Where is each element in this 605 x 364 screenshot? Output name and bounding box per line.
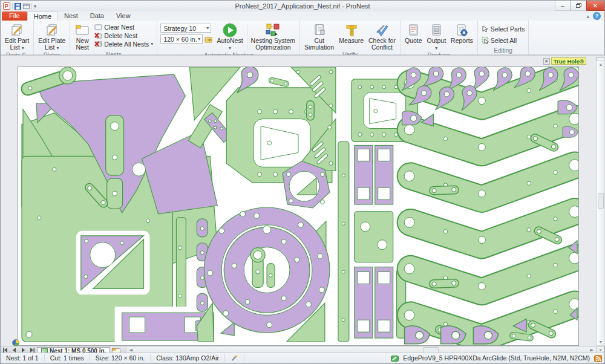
new-nest-button[interactable]: New Nest xyxy=(72,22,93,51)
group-nests: New Nest Clear Nest Delete Nest Delete A… xyxy=(70,21,157,54)
torch-icon[interactable] xyxy=(225,354,244,362)
collapse-ribbon-icon[interactable]: ▴ xyxy=(586,13,589,19)
status-machine[interactable]: EdgeProV9_5 HPR400XDa ArcGlide (Std, Tru… xyxy=(402,354,591,362)
status-bar: Nest: 1 of 1 Cut: 1 times Size: 120 × 60… xyxy=(1,353,604,363)
status-size: Size: 120 × 60 in. xyxy=(90,354,151,362)
save-icon[interactable] xyxy=(15,3,21,10)
nesting-system-optimization-button[interactable]: Nesting System Optimization xyxy=(249,22,298,51)
browse-icon[interactable] xyxy=(204,36,213,43)
group-label-editing: Editing xyxy=(494,47,512,54)
status-class: Class: 130Amp O2/Air xyxy=(151,354,225,362)
cut-simulation-button[interactable]: Cut Simulation xyxy=(302,22,336,51)
nest-part-group-chevrons[interactable] xyxy=(404,67,579,339)
check-for-conflict-button[interactable]: Check for Conflict xyxy=(366,22,398,51)
pronest-window: P ▾ ProNest_2017_Application_Nest.nif - … xyxy=(0,0,605,364)
strategy-combobox[interactable]: Strategy 10▾ xyxy=(160,24,211,33)
quote-icon xyxy=(406,22,420,37)
group-parts: Edit Part List ▾ Parts xyxy=(1,21,34,54)
status-cut-times: Cut: 1 times xyxy=(45,354,90,362)
delete-all-nests-icon xyxy=(94,41,102,47)
app-logo[interactable]: P xyxy=(3,2,10,10)
vertical-scrollbar[interactable]: ▲ ▼ xyxy=(597,60,605,346)
window-icon[interactable] xyxy=(23,3,30,10)
divider xyxy=(12,3,13,9)
quote-button[interactable]: Quote xyxy=(402,22,425,51)
delete-nest-icon xyxy=(94,32,102,39)
output-button[interactable]: Output ▾ xyxy=(425,22,449,52)
window-title: ProNest_2017_Application_Nest.nif - ProN… xyxy=(1,2,604,10)
vertical-scroll-thumb[interactable] xyxy=(598,193,604,209)
nest-part-group-left[interactable]: ; xyxy=(22,67,240,343)
measure-button[interactable]: Measure xyxy=(336,22,366,51)
nest-part-group-middle[interactable] xyxy=(197,67,417,342)
nest-plate[interactable]: ; xyxy=(18,67,579,346)
clear-nest-icon xyxy=(94,24,102,30)
true-hole-indicator: ✕ True Hole® xyxy=(543,57,586,65)
edit-plate-list-button[interactable]: Edit Plate List ▾ xyxy=(36,22,68,52)
edit-part-list-icon xyxy=(10,22,24,37)
check-for-conflict-icon xyxy=(374,22,389,37)
true-hole-close-icon[interactable]: ✕ xyxy=(543,58,550,65)
minimize-button[interactable]: – xyxy=(555,1,571,11)
group-editing: Select Parts Select All Editing xyxy=(478,21,529,54)
divider xyxy=(31,3,32,9)
select-all-icon xyxy=(482,37,489,44)
select-all-button[interactable]: Select All xyxy=(480,36,527,44)
ribbon-tab-row: File Home Nest Data View xyxy=(1,11,604,21)
clear-nest-button[interactable]: Clear Nest xyxy=(93,23,155,31)
machine-icon xyxy=(391,355,399,362)
nesting-system-optimization-icon xyxy=(265,22,281,37)
plate-size-combobox[interactable]: 120 × 60 in.▾ xyxy=(160,34,203,44)
select-parts-icon xyxy=(482,25,489,33)
rss-icon[interactable] xyxy=(594,355,602,362)
output-icon xyxy=(429,22,443,37)
tab-file[interactable]: File xyxy=(2,11,27,21)
group-produce: Quote Output ▾ Reports xyxy=(401,21,478,54)
close-button[interactable]: ✕ xyxy=(586,1,604,11)
scroll-down-icon[interactable]: ▼ xyxy=(599,339,603,345)
autonest-button[interactable]: AutoNest ▾ xyxy=(214,22,245,52)
new-nest-icon xyxy=(74,22,90,37)
help-icon[interactable]: ? xyxy=(593,12,601,20)
quick-access-toolbar: P ▾ xyxy=(1,2,36,10)
nest-part-ring[interactable] xyxy=(204,207,330,333)
status-nest-count: Nest: 1 of 1 xyxy=(1,354,45,362)
scroll-up-icon[interactable]: ▲ xyxy=(599,61,603,68)
tab-nest[interactable]: Nest xyxy=(58,11,84,21)
select-parts-button[interactable]: Select Parts xyxy=(480,25,527,33)
group-verify: Cut Simulation Measure Check for Conflic… xyxy=(300,21,401,54)
edit-plate-list-icon xyxy=(45,22,59,37)
nest-part-triangle-cutout[interactable] xyxy=(76,231,150,295)
group-automatic-nesting: Strategy 10▾ 120 × 60 in.▾ AutoNest ▾ xyxy=(157,21,300,54)
delete-all-nests-button[interactable]: Delete All Nests ▾ xyxy=(93,40,155,48)
tab-home[interactable]: Home xyxy=(27,11,58,21)
tab-data[interactable]: Data xyxy=(84,11,110,21)
title-bar: P ▾ ProNest_2017_Application_Nest.nif - … xyxy=(1,1,604,11)
nest-canvas[interactable]: ; xyxy=(1,55,605,346)
delete-nest-button[interactable]: Delete Nest xyxy=(93,31,155,39)
measure-icon xyxy=(344,22,359,37)
nest-part-columns[interactable] xyxy=(338,141,406,342)
reports-icon xyxy=(454,22,469,37)
qat-dropdown-caret-icon[interactable]: ▾ xyxy=(34,4,36,9)
autonest-play-icon xyxy=(222,22,238,37)
tab-view[interactable]: View xyxy=(110,11,137,21)
group-plates: Edit Plate List ▾ Plates xyxy=(34,21,70,54)
true-hole-badge: True Hole® xyxy=(551,57,586,65)
restore-button[interactable] xyxy=(571,1,586,11)
cut-simulation-icon xyxy=(312,22,327,37)
ribbon: Edit Part List ▾ Parts Edit Plate List ▾… xyxy=(1,21,604,55)
reports-button[interactable]: Reports xyxy=(448,22,476,51)
edit-part-list-button[interactable]: Edit Part List ▾ xyxy=(2,22,31,52)
